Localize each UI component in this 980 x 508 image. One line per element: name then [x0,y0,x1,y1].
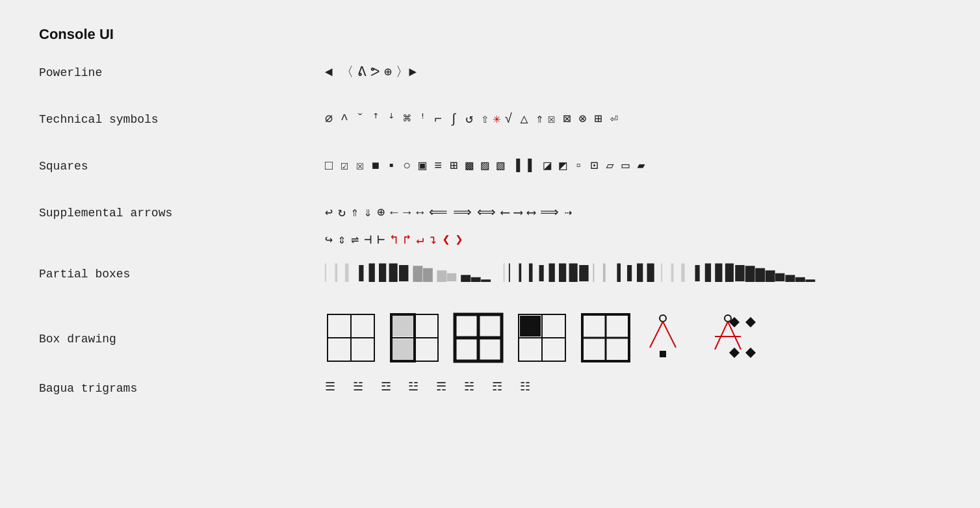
section-supplemental-arrows: Supplemental arrows ↩ ↻ ⇑ ⇓ ⊕ ← → ↔ ⟸ ⟹ … [39,204,941,249]
arrow-row-2: ↪ ⇕ ⇌ ⊣ ⊢ ↰ ↱ ↵ ↴ ❮ ❯ [325,231,941,249]
svg-rect-22 [660,351,666,357]
section-label-powerline: Powerline [39,64,325,79]
box-drawing-3 [452,312,504,364]
svg-point-23 [725,315,731,322]
box-drawing-5 [580,312,632,364]
svg-line-20 [650,322,663,348]
svg-line-21 [663,322,676,348]
svg-rect-6 [393,316,413,337]
box-drawing-2 [389,312,441,364]
svg-marker-31 [745,348,756,358]
page-title: Console UI [39,26,941,43]
section-content-partial-boxes: ▏▎▍▌▋▊▉█▇▆▅▄▃▂▁▕▏▎▍▌▋▊▉█▏▎▍▌▋▊▏▎▍▌▋▊▉█▇▆… [325,265,941,284]
section-box-drawing: Box drawing [39,312,941,364]
box-drawing-1 [325,312,377,364]
section-content-box-drawing [325,312,941,364]
arrow-row-1: ↩ ↻ ⇑ ⇓ ⊕ ← → ↔ ⟸ ⟹ ⟺ ⟵ ⟶ ⟷ ⟹ ⇢ [325,204,941,222]
section-squares: Squares □ ☑ ☒ ■ ▪ ○ ▣ ≡ ⊞ ▩ ▨ ▧ ▐ ▌ ◪ ◩ … [39,157,941,188]
box-drawing-4 [516,312,568,364]
svg-point-19 [660,315,666,322]
section-powerline: Powerline ◄ 〈 ᕕ ᕗ ⊕ 〉► [39,64,941,95]
section-content-bagua: ☰ ☱ ☲ ☳ ☴ ☵ ☶ ☷ [325,379,941,396]
svg-rect-7 [393,339,413,360]
svg-marker-30 [729,348,740,358]
box-drawing-decorative [643,312,773,364]
section-bagua: Bagua trigrams ☰ ☱ ☲ ☳ ☴ ☵ ☶ ☷ [39,379,941,411]
section-label-technical-symbols: Technical symbols [39,110,325,126]
svg-rect-15 [520,316,541,337]
svg-line-25 [715,322,728,349]
section-partial-boxes: Partial boxes ▏▎▍▌▋▊▉█▇▆▅▄▃▂▁▕▏▎▍▌▋▊▉█▏▎… [39,265,941,296]
svg-marker-29 [745,317,756,327]
section-label-supplemental-arrows: Supplemental arrows [39,204,325,220]
section-label-squares: Squares [39,157,325,173]
section-content-technical-symbols: ⌀ ^ ˇ ꜛ ꜜ ⌘ ꜝ ⌐ ∫ ↺ ⇧ ✳ √ △ ⇑ ☒ ⊠ ⊗ ⊞ ⏎ [325,110,941,129]
section-content-supplemental-arrows: ↩ ↻ ⇑ ⇓ ⊕ ← → ↔ ⟸ ⟹ ⟺ ⟵ ⟶ ⟷ ⟹ ⇢ ↪ ⇕ ⇌ ⊣ … [325,204,941,249]
section-content-powerline: ◄ 〈 ᕕ ᕗ ⊕ 〉► [325,64,941,82]
section-technical-symbols: Technical symbols ⌀ ^ ˇ ꜛ ꜜ ⌘ ꜝ ⌐ ∫ ↺ ⇧ … [39,110,941,142]
section-label-partial-boxes: Partial boxes [39,265,325,281]
section-label-bagua: Bagua trigrams [39,379,325,395]
section-content-squares: □ ☑ ☒ ■ ▪ ○ ▣ ≡ ⊞ ▩ ▨ ▧ ▐ ▌ ◪ ◩ ▫ ⊡ ▱ ▭ … [325,157,941,175]
section-label-box-drawing: Box drawing [39,330,325,346]
